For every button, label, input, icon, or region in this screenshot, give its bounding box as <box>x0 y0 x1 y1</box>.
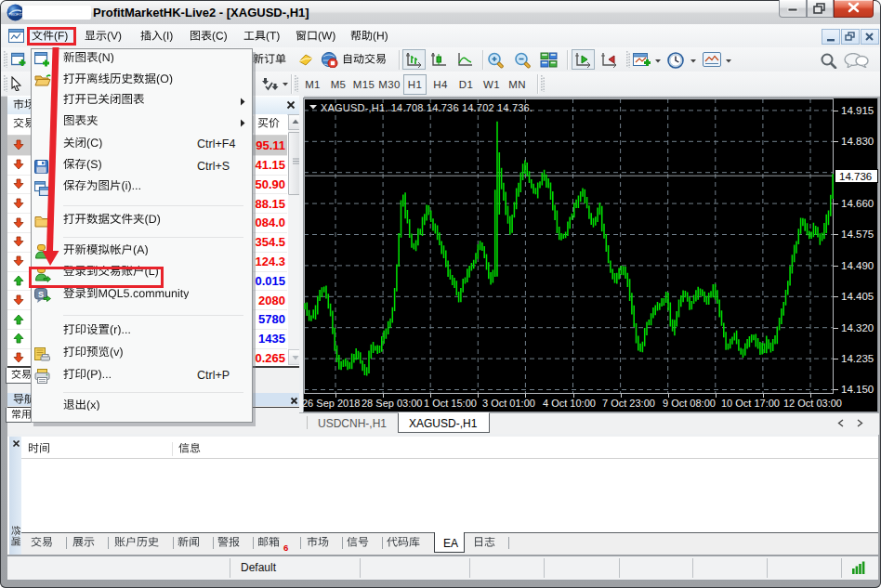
svg-text:PROFIT: PROFIT <box>8 12 22 17</box>
svg-text:S: S <box>38 290 44 299</box>
